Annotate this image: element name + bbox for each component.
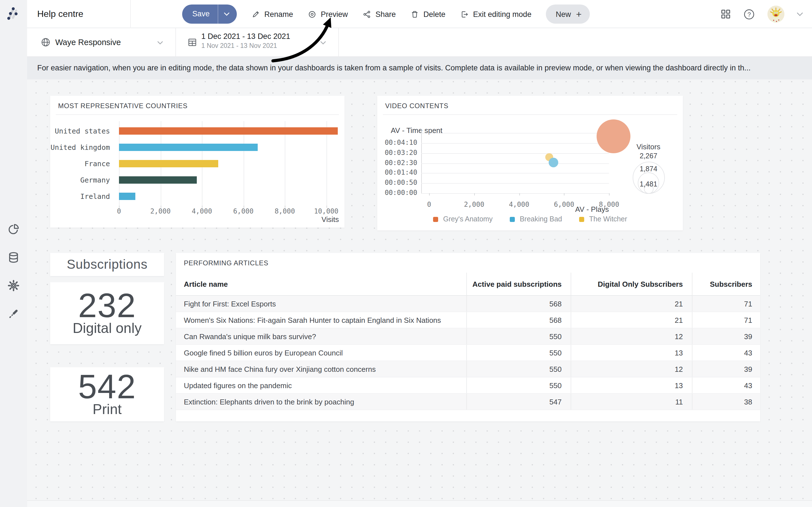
account-chevron-down-icon[interactable] [797, 12, 803, 16]
metric-cell: 13 [571, 378, 692, 393]
topbar: Help centre Save Rename Preview Share [27, 0, 812, 28]
bar-category-label: Germany [48, 175, 110, 184]
articles-table: Article nameActive paid subscriptionsDig… [176, 273, 760, 410]
kpi-digital-only-value: 232 [78, 290, 136, 321]
article-name-cell: Can Rwanda's unique milk bars survive? [176, 328, 466, 344]
save-button[interactable]: Save [182, 4, 237, 24]
share-button[interactable]: Share [363, 10, 396, 18]
subscriptions-title: Subscriptions [67, 257, 148, 272]
size-legend-value: 1,481 [626, 180, 671, 188]
column-header[interactable]: Article name [176, 273, 466, 295]
kpi-print-value: 542 [78, 372, 136, 402]
metric-cell: 568 [466, 312, 571, 328]
help-icon[interactable]: ? [743, 8, 755, 20]
legend-item[interactable]: The Witcher [579, 215, 627, 223]
plus-icon: + [576, 9, 581, 19]
calendar-icon [187, 37, 197, 47]
legend-swatch [509, 217, 515, 222]
article-name-cell: Fight for First: Excel Esports [176, 296, 466, 312]
delete-button[interactable]: Delete [410, 10, 446, 18]
x-tick-label: 2,000 [141, 207, 180, 215]
table-row: Google fined 5 billion euros by European… [176, 345, 760, 361]
countries-xaxis-label: Visits [321, 215, 339, 224]
article-name-cell: Updated figures on the pandemic [176, 378, 466, 393]
page-title: Help centre [37, 0, 84, 28]
x-tick-label: 0 [99, 207, 139, 215]
legend-label: Grey's Anatomy [443, 215, 493, 223]
video-series-legend: Grey's AnatomyBreaking BadThe Witcher [377, 215, 683, 223]
apps-grid-icon[interactable] [721, 9, 731, 19]
metric-cell: 38 [692, 394, 760, 409]
y-tick-label: 00:02:30 [377, 159, 417, 166]
table-row: Women's Six Nations: Fit-again Sarah Hun… [176, 312, 760, 328]
video-contents-widget: VIDEO CONTENTS AV - Time spent 00:00:000… [377, 96, 683, 230]
bar [119, 176, 197, 184]
user-avatar[interactable] [767, 6, 784, 22]
pie-chart-icon[interactable] [7, 223, 20, 235]
context-bar: Waye Responsive 1 Dec 2021 - 13 Dec 2021… [27, 28, 812, 57]
bar [119, 144, 258, 151]
rename-button[interactable]: Rename [252, 10, 293, 18]
sample-data-banner: For easier navigation, when you are in e… [27, 57, 812, 79]
countries-widget: MOST REPRESENTATIVE COUNTRIES 02,0004,00… [50, 96, 345, 228]
metric-cell: 12 [571, 361, 692, 377]
exit-editing-mode-button[interactable]: Exit editing mode [460, 10, 531, 18]
legend-label: The Witcher [589, 215, 627, 223]
column-header[interactable]: Digital Only Subscribers [571, 273, 692, 295]
gridline [421, 193, 609, 194]
date-range-primary: 1 Dec 2021 - 13 Dec 2021 [201, 32, 290, 41]
metric-cell: 71 [692, 296, 760, 312]
new-dashboard-button[interactable]: New + [546, 4, 590, 24]
legend-item[interactable]: Breaking Bad [509, 215, 562, 223]
bubble-size-legend-title: Visitors [626, 143, 671, 151]
database-icon[interactable] [7, 251, 20, 264]
size-legend-value: 2,267 [626, 152, 671, 160]
metric-cell: 550 [466, 345, 571, 360]
article-name-cell: Google fined 5 billion euros by European… [176, 345, 466, 360]
metric-cell: 43 [692, 345, 760, 360]
gridline [421, 163, 609, 164]
x-tick-label: 8,000 [265, 207, 305, 215]
bar [119, 193, 136, 200]
x-tick-label: 2,000 [455, 201, 494, 209]
table-row: Updated figures on the pandemic5501343 [176, 378, 760, 394]
x-tick-label: 6,000 [223, 207, 263, 215]
performing-articles-widget: PERFORMING ARTICLES Article nameActive p… [176, 253, 760, 421]
metric-cell: 550 [466, 378, 571, 393]
metric-cell: 39 [692, 328, 760, 344]
kpi-print-label: Print [93, 401, 122, 417]
article-name-cell: Women's Six Nations: Fit-again Sarah Hun… [176, 312, 466, 328]
delete-label: Delete [423, 10, 446, 18]
svg-text:?: ? [748, 11, 751, 18]
subscriptions-widget: Subscriptions [50, 253, 164, 276]
date-range-selector[interactable]: 1 Dec 2021 - 13 Dec 2021 1 Nov 2021 - 13… [176, 28, 339, 56]
bar-category-label: Ireland [48, 192, 110, 200]
y-tick-label: 00:00:00 [377, 189, 417, 196]
metric-cell: 550 [466, 328, 571, 344]
legend-item[interactable]: Grey's Anatomy [433, 215, 493, 223]
settings-gear-icon[interactable] [7, 279, 20, 292]
y-tick-label: 00:01:40 [377, 169, 417, 177]
y-tick-label: 00:03:20 [377, 149, 417, 157]
gridline [421, 173, 609, 174]
bar-category-label: United kingdom [48, 143, 110, 151]
exit-label: Exit editing mode [473, 10, 531, 18]
date-chevron-down-icon [320, 41, 326, 45]
metric-cell: 13 [571, 345, 692, 360]
tick [609, 193, 610, 195]
preview-label: Preview [321, 10, 348, 18]
bar-category-label: France [48, 159, 110, 168]
bar-category-label: United states [48, 126, 110, 135]
save-dropdown-caret[interactable] [218, 12, 237, 16]
new-label: New [556, 10, 571, 18]
site-selector[interactable]: Waye Responsive [27, 28, 176, 56]
bottom-scroll-strip[interactable] [27, 500, 812, 507]
eyedropper-icon[interactable] [7, 307, 20, 320]
site-chevron-down-icon [157, 41, 163, 45]
data-bubble [549, 158, 558, 167]
table-row: Nike and HM face China fury over Xinjian… [176, 361, 760, 378]
preview-button[interactable]: Preview [308, 10, 348, 18]
x-tick-label: 4,000 [182, 207, 221, 215]
column-header[interactable]: Subscribers [692, 273, 760, 295]
column-header[interactable]: Active paid subscriptions [466, 273, 571, 295]
